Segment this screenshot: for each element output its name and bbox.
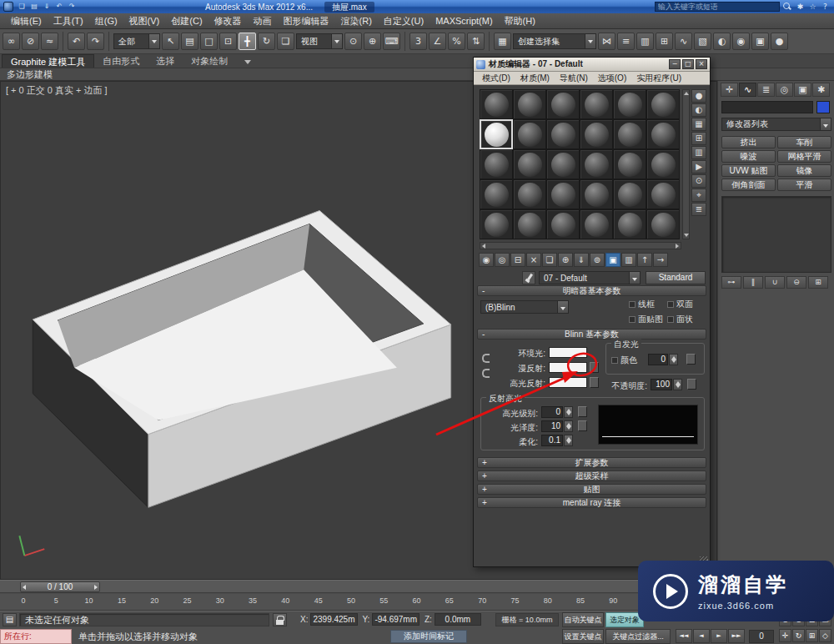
edit-named-selection-sets-icon[interactable]: ▦ xyxy=(494,33,511,50)
create-tab-icon[interactable]: ✛ xyxy=(721,83,738,97)
percent-snap-icon[interactable]: % xyxy=(448,33,465,50)
material-sample-slot[interactable] xyxy=(580,179,613,209)
select-by-name-icon[interactable]: ▤ xyxy=(181,33,198,50)
self-illumination-map-button[interactable] xyxy=(686,354,696,365)
rendered-frame-window-icon[interactable]: ▣ xyxy=(751,33,769,50)
spinner-snap-icon[interactable]: ⇅ xyxy=(467,33,485,50)
bind-to-space-warp-icon[interactable]: ≈ xyxy=(41,33,58,50)
background-icon[interactable]: ▦ xyxy=(691,118,706,131)
make-material-copy-icon[interactable]: ❏ xyxy=(542,253,557,267)
modifier-button[interactable]: 车削 xyxy=(777,136,831,148)
closed-rollout[interactable]: + 扩展参数 xyxy=(477,457,706,468)
material-editor-titlebar[interactable]: 材质编辑器 - 07 - Default −□× xyxy=(474,58,710,72)
redo-scene-icon[interactable]: ↷ xyxy=(87,33,104,50)
shader-checkbox[interactable]: 面状 xyxy=(667,314,706,325)
angle-snap-icon[interactable]: ∠ xyxy=(429,33,446,50)
coordinate-value[interactable]: 2399.425m xyxy=(310,613,357,626)
maximize-viewport-toggle-icon[interactable]: ⊞ xyxy=(806,629,818,642)
material-sample-slot[interactable] xyxy=(580,209,613,239)
get-material-icon[interactable]: ◉ xyxy=(479,253,494,267)
menu-item[interactable]: 图形编辑器 xyxy=(278,15,335,28)
hierarchy-tab-icon[interactable]: ≣ xyxy=(757,83,775,97)
time-slider-handle[interactable]: 0 / 100 xyxy=(20,581,100,592)
show-end-result-icon[interactable]: ▥ xyxy=(621,253,636,267)
maximize-button[interactable]: □ xyxy=(682,59,694,69)
auto-key-button[interactable]: 自动关键点 xyxy=(562,612,604,627)
material-sample-slot[interactable] xyxy=(646,209,680,239)
diffuse-map-button[interactable] xyxy=(590,362,599,373)
lock-ambient-diffuse-icon[interactable] xyxy=(482,354,490,363)
modifier-button[interactable]: UVW 贴图 xyxy=(721,164,776,177)
app-logo-icon[interactable] xyxy=(3,2,13,12)
render-production-icon[interactable]: ● xyxy=(771,33,788,50)
utilities-tab-icon[interactable]: ✱ xyxy=(812,83,830,97)
menu-item[interactable]: 视图(V) xyxy=(123,15,166,28)
material-sample-slot[interactable] xyxy=(580,89,613,119)
search-icon[interactable] xyxy=(783,3,791,11)
self-illumination-color-checkbox[interactable]: 颜色 xyxy=(611,355,637,366)
material-sample-slot[interactable] xyxy=(646,119,680,149)
reset-map-icon[interactable]: × xyxy=(526,253,541,267)
opacity-map-button[interactable] xyxy=(687,379,696,390)
ribbon-minimize-icon[interactable] xyxy=(241,56,253,68)
material-sample-slot[interactable] xyxy=(480,209,513,239)
box-3d-object[interactable] xyxy=(33,210,450,507)
material-sample-slot[interactable] xyxy=(646,149,680,179)
orbit-icon[interactable]: ↻ xyxy=(792,629,805,642)
menu-item[interactable]: 创建(C) xyxy=(165,15,208,28)
material-sample-slot[interactable] xyxy=(546,209,580,239)
backlight-icon[interactable]: ◐ xyxy=(691,103,706,117)
shader-basic-params-rollout[interactable]: - 明暗器基本参数 xyxy=(477,285,706,296)
specular-color-swatch[interactable] xyxy=(549,377,587,388)
menu-item[interactable]: 编辑(E) xyxy=(5,15,48,28)
selection-filter-dropdown[interactable]: 全部 xyxy=(113,33,160,49)
make-unique-stack-icon[interactable]: ∪ xyxy=(765,276,785,289)
diffuse-color-swatch[interactable] xyxy=(549,362,587,373)
material-editor-menu-item[interactable]: 材质(M) xyxy=(515,73,555,84)
sample-uv-tiling-icon[interactable]: ⊞ xyxy=(691,132,706,145)
specular-level-spinner[interactable] xyxy=(564,406,573,418)
closed-rollout[interactable]: + 超级采样 xyxy=(477,470,706,481)
menu-item[interactable]: 工具(T) xyxy=(48,15,89,28)
remove-modifier-icon[interactable]: ⊖ xyxy=(786,276,806,289)
material-sample-slot[interactable] xyxy=(513,179,546,209)
coordinate-display[interactable]: X: 2399.425m xyxy=(300,613,358,626)
curve-editor-icon[interactable]: ∿ xyxy=(675,33,692,50)
schematic-view-icon[interactable]: ▧ xyxy=(694,33,711,50)
modifier-stack[interactable] xyxy=(721,196,831,273)
coordinate-display[interactable]: Y: -94.697mm xyxy=(363,613,420,626)
select-and-scale-icon[interactable]: ❏ xyxy=(277,33,294,50)
display-tab-icon[interactable]: ▣ xyxy=(794,83,811,97)
material-sample-slot[interactable] xyxy=(546,179,580,209)
pin-stack-icon[interactable]: ⊶ xyxy=(721,276,741,289)
current-frame-field[interactable]: 0 xyxy=(749,630,774,643)
undo-icon[interactable]: ↶ xyxy=(53,2,65,12)
video-color-check-icon[interactable]: ▥ xyxy=(691,146,706,159)
material-sample-slot[interactable] xyxy=(513,149,546,179)
set-key-button[interactable]: 设置关键点 xyxy=(562,629,604,644)
time-slider-track[interactable]: 0 / 100 xyxy=(0,580,716,593)
material-sample-slot[interactable] xyxy=(480,119,513,149)
menu-item[interactable]: 组(G) xyxy=(89,15,123,28)
material-id-channel-icon[interactable]: ⊚ xyxy=(590,253,605,267)
mirror-icon[interactable]: ⋈ xyxy=(598,33,615,50)
menu-item[interactable]: 渲染(R) xyxy=(335,15,378,28)
self-illumination-value[interactable]: 0 xyxy=(648,354,668,365)
pick-material-eyedropper-icon[interactable] xyxy=(522,271,535,284)
coordinate-display[interactable]: Z: 0.0mm xyxy=(425,613,481,626)
reference-coordinate-dropdown[interactable]: 视图 xyxy=(296,33,343,49)
make-unique-icon[interactable]: ⊕ xyxy=(558,253,573,267)
modifier-button[interactable]: 倒角剖面 xyxy=(721,179,776,191)
material-sample-slot[interactable] xyxy=(613,149,646,179)
specular-level-value[interactable]: 0 xyxy=(541,406,563,418)
maxscript-listener-icon[interactable]: ▤ xyxy=(3,613,17,626)
options-icon[interactable]: ⊙ xyxy=(691,174,706,188)
material-sample-slot[interactable] xyxy=(546,149,580,179)
select-and-link-icon[interactable]: ∞ xyxy=(3,33,20,50)
ambient-color-swatch[interactable] xyxy=(549,347,587,358)
material-sample-slot[interactable] xyxy=(513,119,546,149)
material-map-navigator-icon[interactable]: ≣ xyxy=(691,203,706,216)
selection-lock-icon[interactable] xyxy=(273,613,287,626)
closed-rollout[interactable]: + 贴图 xyxy=(477,484,706,495)
unlink-selection-icon[interactable]: ⊘ xyxy=(22,33,39,50)
